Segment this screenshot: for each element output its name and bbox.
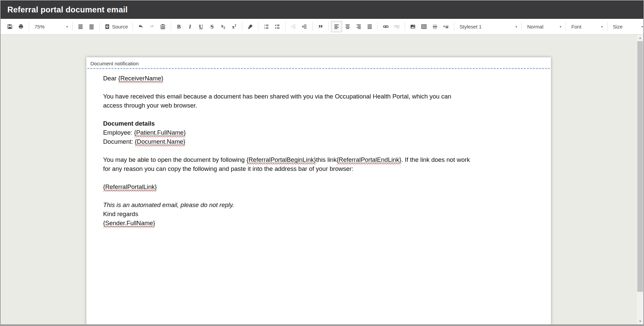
- scrollbar-thumb[interactable]: [637, 41, 643, 292]
- token-text: ReferralPortalEndLink: [339, 156, 399, 163]
- token-brace: }: [183, 138, 185, 145]
- portal-link-line: {ReferralPortalLink}: [103, 182, 471, 191]
- referral-portal-begin-link-token: {ReferralPortalBeginLink}: [246, 156, 316, 163]
- token-text: ReferralPortalLink: [105, 183, 155, 190]
- intro-paragraph: You have received this email because a d…: [103, 92, 471, 110]
- horizontal-rule-button[interactable]: [429, 21, 440, 32]
- vertical-scrollbar[interactable]: ▲ ▼: [637, 35, 643, 324]
- size-select[interactable]: Size ▾: [610, 21, 643, 32]
- bold-icon: B: [177, 24, 181, 29]
- toolbar-separator: [258, 22, 258, 31]
- italic-button[interactable]: I: [184, 21, 195, 32]
- toolbar-separator: [171, 22, 171, 31]
- paste-from-word-button[interactable]: [157, 21, 168, 32]
- referral-portal-end-link-token: {ReferralPortalEndLink}: [337, 156, 401, 163]
- details-heading: Document details: [103, 119, 471, 128]
- open-mid-text: this link: [316, 156, 337, 163]
- blockquote-icon: ”: [318, 24, 323, 33]
- toolbar-separator: [242, 22, 242, 31]
- toolbar-separator: [378, 22, 378, 31]
- signature-block: This is an automated email, please do no…: [103, 200, 471, 227]
- paragraph-spacing-button[interactable]: [86, 21, 97, 32]
- document-details-block: Document details Employee: {Patient.Full…: [103, 119, 471, 146]
- strikethrough-icon: S: [211, 24, 214, 29]
- editor-toolbar: 75% ▾ Source B I: [1, 19, 643, 35]
- subscript-button[interactable]: x2: [218, 21, 229, 32]
- line-spacing-button[interactable]: [75, 21, 86, 32]
- paste-from-word-icon: [160, 24, 166, 29]
- table-button[interactable]: [418, 21, 429, 32]
- toolbar-separator: [405, 22, 405, 31]
- print-button[interactable]: [15, 21, 26, 32]
- justify-icon: [367, 24, 373, 29]
- increase-indent-button[interactable]: [299, 21, 310, 32]
- toolbar-separator: [285, 22, 286, 31]
- document-name-token: {Document.Name}: [135, 138, 185, 145]
- bulleted-list-button[interactable]: [272, 21, 283, 32]
- increase-indent-icon: [302, 24, 307, 29]
- bold-button[interactable]: B: [173, 21, 184, 32]
- format-brush-button[interactable]: [245, 21, 256, 32]
- link-button[interactable]: [380, 21, 391, 32]
- email-body: Dear {ReceiverName} You have received th…: [86, 69, 551, 227]
- justify-button[interactable]: [364, 21, 375, 32]
- token-text: ReceiverName: [120, 75, 161, 82]
- strikethrough-button[interactable]: S: [207, 21, 218, 32]
- undo-icon: [138, 24, 144, 29]
- undo-button[interactable]: [135, 21, 146, 32]
- token-text: Document.Name: [137, 138, 183, 145]
- source-button[interactable]: Source: [102, 21, 130, 32]
- align-right-icon: [356, 24, 361, 29]
- regards-line: Kind regards: [103, 209, 471, 218]
- print-icon: [18, 24, 24, 29]
- employee-label: Employee:: [103, 129, 134, 136]
- toolbar-separator: [607, 22, 608, 31]
- font-value: Font: [571, 24, 581, 29]
- referral-portal-link-token: {ReferralPortalLink}: [103, 183, 157, 190]
- decrease-indent-button[interactable]: [288, 21, 299, 32]
- horizontal-rule-icon: [432, 24, 438, 29]
- zoom-value: 75%: [34, 24, 45, 29]
- redo-icon: [149, 24, 155, 29]
- svg-text:2: 2: [264, 26, 265, 29]
- title-bar: Referral portal document email: [1, 1, 643, 19]
- source-icon: [104, 24, 110, 29]
- sender-fullname-token: {Sender.FullName}: [103, 219, 155, 226]
- align-center-button[interactable]: [342, 21, 353, 32]
- scroll-up-button[interactable]: ▲: [637, 35, 643, 41]
- redo-button[interactable]: [146, 21, 157, 32]
- sender-line: {Sender.FullName}: [103, 218, 471, 227]
- superscript-icon: x2: [232, 24, 236, 29]
- format-brush-icon: [247, 24, 253, 29]
- editor-canvas: Document notification Dear {ReceiverName…: [1, 35, 643, 324]
- unlink-button[interactable]: [391, 21, 402, 32]
- italic-icon: I: [189, 24, 191, 29]
- styleset-select[interactable]: Styleset 1 ▾: [457, 21, 519, 32]
- document-page[interactable]: Document notification Dear {ReceiverName…: [86, 57, 551, 324]
- page-break-button[interactable]: [440, 21, 452, 32]
- superscript-button[interactable]: x2: [229, 21, 240, 32]
- salutation-text: Dear: [103, 75, 118, 82]
- scroll-down-button[interactable]: ▼: [637, 318, 643, 324]
- paragraph-format-value: Normal: [527, 24, 543, 29]
- size-value: Size: [613, 24, 623, 29]
- toolbar-separator: [312, 22, 313, 31]
- paragraph-format-select[interactable]: Normal ▾: [524, 21, 563, 32]
- open-pre-text: You may be able to open the document by …: [103, 156, 246, 163]
- toolbar-separator: [72, 22, 73, 31]
- chevron-down-icon: ▾: [601, 25, 603, 28]
- underline-icon: U: [199, 24, 203, 29]
- save-button[interactable]: [4, 21, 15, 32]
- page-break-icon: [443, 24, 449, 29]
- toolbar-separator: [566, 22, 566, 31]
- underline-button[interactable]: U: [195, 21, 207, 32]
- image-button[interactable]: [407, 21, 418, 32]
- numbered-list-button[interactable]: 12: [261, 21, 272, 32]
- chevron-down-icon: ▾: [66, 25, 68, 28]
- zoom-select[interactable]: 75% ▾: [31, 21, 70, 32]
- font-select[interactable]: Font ▾: [568, 21, 605, 32]
- line-spacing-icon: [78, 24, 83, 29]
- align-right-button[interactable]: [353, 21, 364, 32]
- blockquote-button[interactable]: ”: [315, 21, 326, 32]
- align-left-button[interactable]: [331, 21, 342, 32]
